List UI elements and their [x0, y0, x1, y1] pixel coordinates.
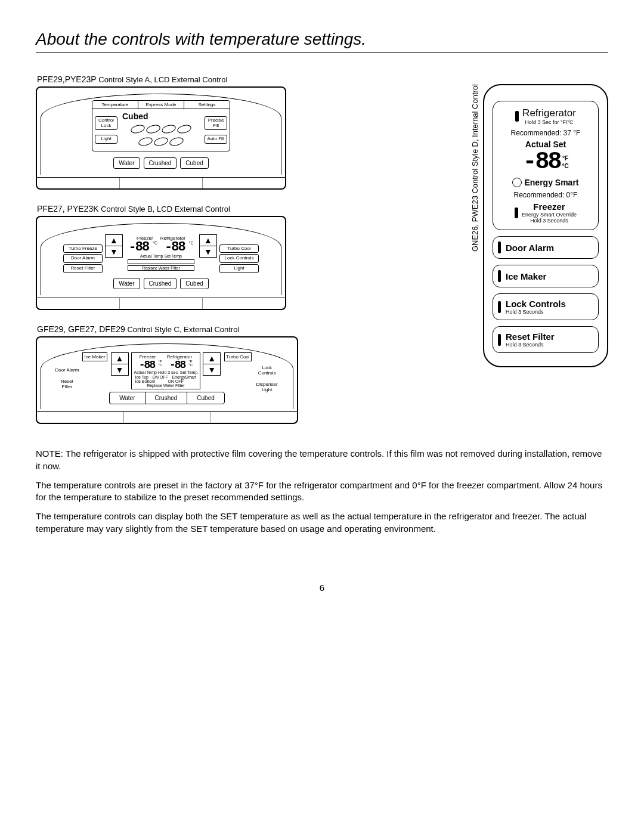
override-label: Energy Smart Override: [522, 212, 577, 218]
freezer-up-button[interactable]: ▲: [105, 234, 123, 246]
turbo-cool-button[interactable]: Turbo Cool: [224, 352, 251, 361]
fridge-title: Refrigerator: [522, 107, 576, 119]
cubed-button[interactable]: Cubed: [180, 157, 208, 169]
title-rule: [36, 52, 608, 53]
water-button[interactable]: Water: [109, 392, 144, 404]
lock-controls-button[interactable]: Lock Controls: [219, 254, 259, 263]
fridge-seg: -88: [165, 241, 185, 254]
ice-graphic: [122, 122, 200, 148]
style-a-caption: PFE29,PYE23P Control Style A, LCD Extern…: [37, 75, 454, 84]
water-button[interactable]: Water: [113, 157, 140, 169]
cubed-button[interactable]: Cubed: [180, 278, 208, 289]
replace-filter-label: Replace Water Filter: [128, 265, 194, 271]
tab-express-mode[interactable]: Express Mode: [138, 101, 184, 109]
style-a-model: PFE29,PYE23P: [37, 75, 97, 84]
style-c-display: FreezerRefrigerator -88 °F°C -88 °F°C Ac…: [131, 352, 201, 389]
light-button[interactable]: Light: [219, 264, 259, 273]
style-b-footer: [37, 298, 285, 309]
crushed-button[interactable]: Crushed: [145, 392, 187, 404]
door-alarm-button[interactable]: Door Alarm: [493, 236, 599, 259]
tab-settings[interactable]: Settings: [184, 101, 230, 109]
indicator-icon: [498, 241, 501, 253]
style-b-desc: Control Style B, LCD External Control: [99, 205, 230, 213]
lock-controls-label[interactable]: Lock Controls: [255, 365, 279, 376]
recycle-icon: [512, 178, 522, 187]
cubed-button[interactable]: Cubed: [187, 392, 224, 404]
turbo-cool-button[interactable]: Turbo Cool: [219, 244, 259, 253]
temp-display: FreezerRefrigerator -88°C -88°C Actual T…: [125, 234, 197, 273]
dispenser-light-label[interactable]: Dispenser Light: [255, 382, 279, 392]
freezer-down-button[interactable]: ▼: [105, 246, 123, 258]
style-d-caption: GNE26, PWE23 Control Style D, Internal C…: [470, 84, 479, 252]
style-a-lcd: Temperature Express Mode Settings Contro…: [92, 100, 230, 151]
temp-seg-display: -88: [522, 150, 560, 174]
control-lock-button[interactable]: Control Lock: [95, 116, 117, 131]
hold3-label: Hold 3 Seconds: [522, 218, 577, 224]
style-b-caption: PFE27, PYE23K Control Style B, LCD Exter…: [37, 204, 454, 213]
lock-controls-button[interactable]: Lock ControlsHold 3 Seconds: [493, 293, 599, 320]
reset-filter-button[interactable]: Reset Filter: [63, 264, 103, 273]
style-a-footer: [37, 177, 285, 188]
hold-fc-label: Hold 3 Sec for °F/°C: [522, 119, 576, 125]
crushed-button[interactable]: Crushed: [144, 278, 177, 289]
turbo-freeze-button[interactable]: Turbo Freeze: [63, 244, 103, 253]
style-c-model: GFE29, GFE27, DFE29: [37, 324, 125, 334]
door-alarm-label[interactable]: Door Alarm: [55, 367, 79, 373]
style-d-panel: Refrigerator Hold 3 Sec for °F/°C Recomm…: [483, 84, 608, 367]
style-b-model: PFE27, PYE23K: [37, 204, 99, 213]
progress-bar: [128, 259, 194, 264]
actual-set-label: Actual Set: [498, 140, 593, 149]
auto-fill-button[interactable]: Auto Fill: [205, 135, 227, 144]
fridge-down-button[interactable]: ▼: [199, 246, 217, 258]
freezer-indicator-icon: [515, 208, 518, 218]
freezer-up-button[interactable]: ▲: [111, 352, 129, 364]
mode-label: Cubed: [122, 112, 200, 121]
display-text: The temperature controls can display bot…: [36, 510, 608, 535]
indicator-icon: [498, 334, 501, 346]
water-button[interactable]: Water: [113, 278, 140, 289]
ice-maker-button[interactable]: Ice Maker: [82, 352, 107, 361]
indicator-icon: [498, 270, 501, 282]
style-c-desc: Control Style C, External Control: [125, 325, 239, 334]
crushed-button[interactable]: Crushed: [144, 157, 177, 169]
fridge-up-button[interactable]: ▲: [203, 352, 221, 364]
precise-fill-button[interactable]: Precise Fill: [205, 116, 227, 131]
style-c-footer: [37, 411, 297, 423]
note-text: NOTE: The refrigerator is shipped with p…: [36, 448, 608, 472]
reset-filter-label[interactable]: Reset Filter: [55, 379, 79, 389]
actual-set-label: Actual Temp Set Temp: [140, 254, 182, 258]
freezer-title: Freezer: [522, 202, 577, 212]
fridge-indicator-icon: [515, 111, 519, 122]
ice-maker-button[interactable]: Ice Maker: [493, 265, 599, 287]
tab-temperature[interactable]: Temperature: [92, 101, 138, 109]
style-a-desc: Control Style A, LCD External Control: [97, 75, 228, 84]
rec-freezer-label: Recommended: 0°F: [498, 191, 593, 199]
page-title: About the controls with temperature sett…: [36, 30, 608, 49]
page-number: 6: [36, 583, 608, 593]
indicator-icon: [498, 301, 501, 313]
fridge-up-button[interactable]: ▲: [199, 234, 217, 246]
style-b-panel: Turbo Freeze Door Alarm Reset Filter ▲ ▼…: [36, 216, 286, 310]
light-button[interactable]: Light: [95, 135, 117, 144]
style-c-caption: GFE29, GFE27, DFE29 Control Style C, Ext…: [37, 324, 454, 334]
preset-text: The temperature controls are preset in t…: [36, 479, 608, 504]
door-alarm-button[interactable]: Door Alarm: [63, 254, 103, 263]
energy-smart-label: Energy Smart: [524, 178, 578, 187]
fridge-down-button[interactable]: ▼: [203, 364, 221, 376]
style-c-panel: Door Alarm Reset Filter Ice Maker ▲ ▼: [36, 336, 298, 424]
style-a-panel: Temperature Express Mode Settings Contro…: [36, 86, 286, 190]
rec-fridge-label: Recommended: 37 °F: [498, 129, 593, 137]
freezer-seg: -88: [129, 241, 149, 254]
style-d-display: Refrigerator Hold 3 Sec for °F/°C Recomm…: [493, 101, 599, 230]
reset-filter-button[interactable]: Reset FilterHold 3 Seconds: [493, 326, 599, 353]
freezer-down-button[interactable]: ▼: [111, 364, 129, 376]
